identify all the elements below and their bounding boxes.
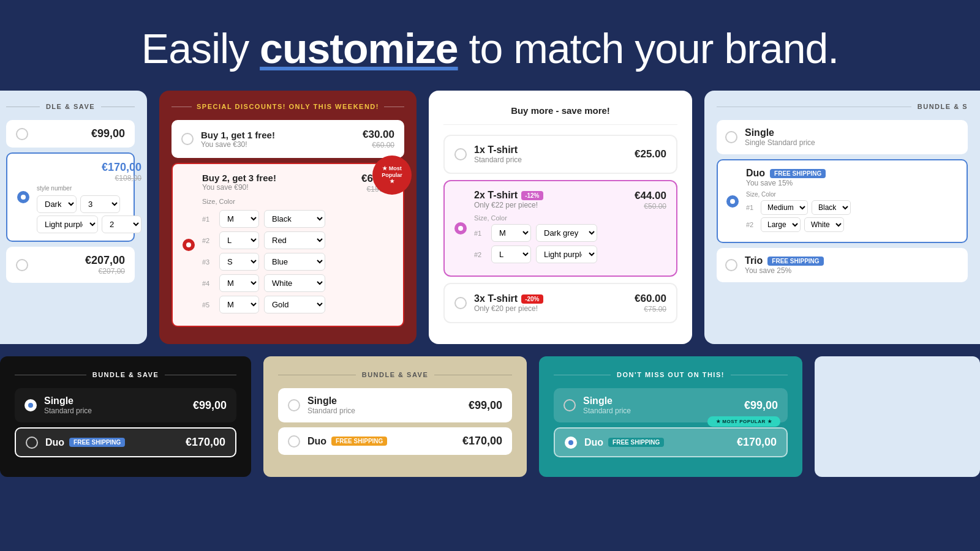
c4-name-3: Trio — [745, 255, 763, 266]
btl-name-1: Single — [583, 395, 744, 407]
radio-1[interactable] — [16, 128, 28, 140]
c3-color-2[interactable]: Light purple — [536, 246, 597, 263]
divider — [717, 107, 911, 107]
tshirt-price-3: €60.00 — [635, 293, 666, 305]
item-num-4: #4 — [202, 280, 214, 287]
deal-option-2[interactable]: Buy 2, get 3 free! You save €90! Size, C… — [172, 163, 404, 327]
c4-color-1[interactable]: Black — [812, 200, 851, 215]
bc-price-2: €170,00 — [186, 436, 225, 449]
size-color-label: Size, Color — [202, 198, 361, 205]
card1-option2[interactable]: €170,00 €108,00 style number Dark grey 3… — [6, 152, 135, 242]
bc-option-1[interactable]: Single Standard price €99,00 — [15, 388, 236, 422]
bottom-bundle-header-3: DON'T MISS OUT ON THIS! — [554, 371, 788, 378]
card1-qty1-select[interactable]: 3 — [80, 195, 120, 213]
radio-3[interactable] — [16, 259, 28, 271]
c4-item-num-2: #2 — [746, 221, 757, 228]
card1-qty2-select[interactable]: 2 — [102, 216, 141, 233]
divider — [6, 107, 40, 107]
c3-color-1[interactable]: Dark grey — [536, 224, 597, 242]
c4-badge-3: FREE SHIPPING — [767, 257, 823, 266]
card1-color-select[interactable]: Light purple — [37, 216, 98, 233]
tshirt-price-2: €44.00 — [635, 190, 666, 202]
deal-size-5[interactable]: M — [219, 296, 259, 313]
card1-price2-old: €108,00 — [37, 174, 141, 182]
bc-option-2[interactable]: Duo FREE SHIPPING €170,00 — [15, 427, 236, 457]
c4-radio-3[interactable] — [725, 259, 737, 271]
c4-radio-2[interactable] — [726, 195, 739, 208]
bt-option-2[interactable]: Duo FREE SHIPPING €170,00 — [278, 427, 512, 455]
tshirt-badge-3: -20% — [521, 294, 543, 304]
c4-size-1[interactable]: Medium — [761, 200, 808, 215]
radio-tshirt-3[interactable] — [454, 297, 467, 309]
c3-size-2[interactable]: L — [491, 246, 531, 263]
radio-deal-2[interactable] — [183, 239, 195, 251]
card1-price1: €99,00 — [91, 127, 125, 140]
sc-label: Size, Color — [474, 214, 635, 222]
bottom-card-teal: DON'T MISS OUT ON THIS! Single Standard … — [539, 356, 802, 477]
c4-badge-2: FREE SHIPPING — [770, 169, 826, 178]
bt-option-1[interactable]: Single Standard price €99,00 — [278, 388, 512, 422]
tshirt-option-1[interactable]: 1x T-shirt Standard price €25.00 — [443, 135, 677, 174]
radio-deal-1[interactable] — [181, 133, 194, 145]
deal1-old: €60.00 — [363, 141, 394, 149]
bt-name-1: Single — [307, 395, 469, 407]
bc-radio-1[interactable] — [24, 399, 37, 411]
card1-size-select[interactable]: Dark grey — [37, 195, 77, 213]
deal-size-1[interactable]: M — [219, 210, 259, 228]
deal-option-1[interactable]: Buy 1, get 1 free! You save €30! €30.00 … — [172, 120, 404, 158]
c4-sub-1: Single Standard price — [745, 138, 959, 147]
deal-color-4[interactable]: White — [264, 274, 325, 292]
radio-tshirt-2[interactable] — [454, 222, 467, 234]
special-header: SPECIAL DISCOUNTS! ONLY THIS WEEKEND! — [172, 103, 404, 110]
tshirt-price-2-old: €50.00 — [635, 202, 666, 211]
bt-price-1: €99,00 — [469, 399, 502, 412]
c4-radio-1[interactable] — [725, 131, 737, 143]
card-buy-more: Buy more - save more! 1x T-shirt Standar… — [429, 91, 692, 344]
c4-size-2[interactable]: Large — [761, 217, 801, 232]
tshirt-name-2: 2x T-shirt — [474, 190, 518, 201]
divider — [554, 375, 611, 375]
deal-color-5[interactable]: Gold — [264, 296, 325, 313]
c4-option-trio[interactable]: Trio FREE SHIPPING You save 25% — [717, 248, 968, 282]
bc-sub-1: Standard price — [44, 407, 193, 415]
deal-color-3[interactable]: Blue — [264, 253, 325, 271]
bundle-label-1: DLE & SAVE — [46, 103, 95, 110]
c4-option-duo[interactable]: Duo FREE SHIPPING You save 15% Size, Col… — [717, 159, 968, 243]
bt-radio-1[interactable] — [288, 399, 300, 411]
bt-sub-1: Standard price — [307, 407, 469, 415]
bt-radio-2[interactable] — [288, 435, 300, 448]
card1-option3[interactable]: €207,00 €207,00 — [6, 247, 135, 283]
divider — [731, 375, 788, 375]
bt-badge-2: FREE SHIPPING — [331, 437, 387, 446]
deal-color-1[interactable]: Black — [264, 210, 325, 228]
divider — [278, 375, 356, 375]
divider — [172, 107, 192, 107]
radio-tshirt-1[interactable] — [454, 148, 467, 160]
c4-sub-3: You save 25% — [745, 266, 959, 275]
tshirt-option-2[interactable]: 2x T-shirt -12% Only €22 per piece! Size… — [443, 180, 677, 277]
bc-radio-2[interactable] — [26, 437, 38, 449]
deal-size-2[interactable]: L — [219, 231, 259, 249]
deal-color-2[interactable]: Red — [264, 231, 325, 249]
deal-size-3[interactable]: S — [219, 253, 259, 271]
tshirt-name-3: 3x T-shirt — [474, 293, 518, 304]
btl-option-2[interactable]: Duo FREE SHIPPING €170,00 ★ Most Popular… — [554, 427, 788, 457]
bottom-card-partial-right — [815, 356, 980, 477]
deal1-price: €30.00 — [363, 129, 394, 141]
bottom-bundle-label-1: BUNDLE & SAVE — [92, 371, 159, 378]
item-num-3: #3 — [202, 258, 214, 266]
tshirt-price-3-old: €75.00 — [635, 305, 666, 313]
c4-color-2[interactable]: White — [804, 217, 844, 232]
tshirt-name-1: 1x T-shirt — [474, 144, 635, 156]
btl-radio-1[interactable] — [564, 399, 576, 411]
bundle-header-4: BUNDLE & S — [717, 103, 968, 110]
tshirt-option-3[interactable]: 3x T-shirt -20% Only €20 per piece! €60.… — [443, 283, 677, 323]
btl-radio-2[interactable] — [565, 437, 577, 449]
radio-2[interactable] — [17, 191, 29, 203]
c3-size-1[interactable]: M — [491, 224, 531, 242]
c4-option-single[interactable]: Single Single Standard price — [717, 120, 968, 154]
deal-size-4[interactable]: M — [219, 274, 259, 292]
divider — [15, 375, 86, 375]
card1-option1[interactable]: €99,00 — [6, 120, 135, 148]
c4-item-num-1: #1 — [746, 204, 757, 211]
